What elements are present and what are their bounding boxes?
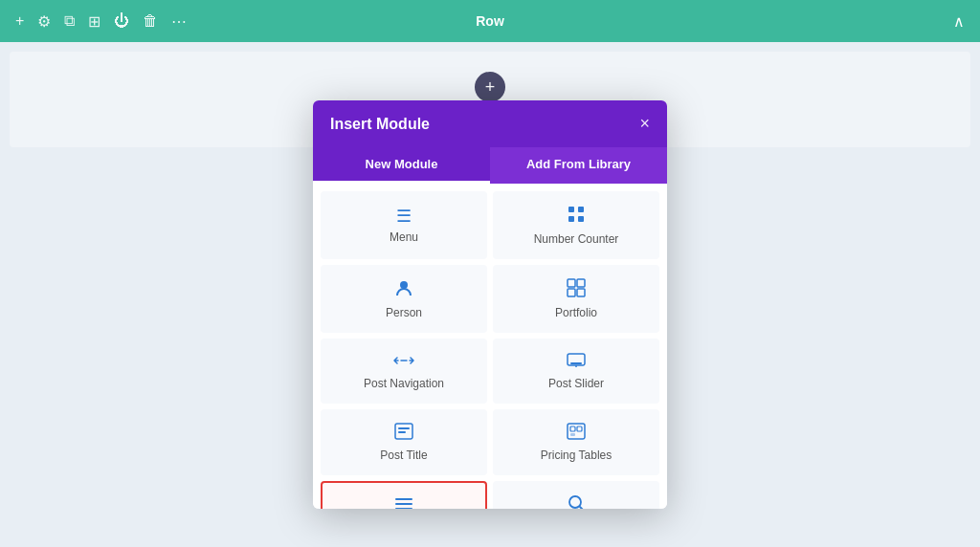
module-item-person[interactable]: Person (321, 265, 487, 333)
svg-rect-8 (577, 289, 585, 296)
module-label-menu: Menu (390, 230, 418, 244)
module-item-portfolio[interactable]: Portfolio (493, 265, 659, 333)
modal-title: Insert Module (330, 116, 430, 133)
module-label-portfolio: Portfolio (555, 306, 597, 319)
portfolio-icon (567, 278, 586, 300)
svg-rect-10 (570, 362, 582, 364)
svg-rect-2 (568, 216, 574, 222)
trash-icon[interactable]: 🗑 (143, 12, 158, 30)
modal-close-button[interactable]: × (639, 114, 650, 134)
search-icon (568, 494, 585, 509)
svg-rect-13 (398, 427, 410, 429)
svg-rect-16 (570, 427, 575, 431)
svg-rect-19 (395, 498, 412, 500)
power-icon[interactable]: ⏻ (114, 12, 129, 30)
module-label-pricing-tables: Pricing Tables (541, 449, 612, 462)
module-item-restro-menu[interactable]: Restro Menu (321, 481, 487, 509)
plus-icon[interactable]: + (15, 12, 24, 30)
svg-rect-20 (395, 503, 412, 505)
person-icon (394, 278, 413, 300)
module-item-post-title[interactable]: Post Title (321, 409, 487, 475)
insert-module-modal: Insert Module × New Module Add From Libr… (313, 100, 667, 509)
svg-rect-7 (568, 289, 575, 296)
svg-point-22 (569, 496, 581, 508)
svg-rect-6 (577, 279, 585, 287)
svg-rect-21 (395, 508, 412, 510)
svg-rect-3 (578, 216, 584, 222)
svg-rect-18 (570, 433, 575, 436)
post-navigation-icon (393, 352, 414, 371)
collapse-icon[interactable]: ∧ (953, 13, 965, 30)
add-module-button[interactable]: + (475, 72, 505, 102)
grid-icon[interactable]: ⊞ (88, 12, 100, 31)
toolbar: + ⚙ ⧉ ⊞ ⏻ 🗑 ⋯ Row ∧ (0, 0, 980, 42)
svg-rect-17 (577, 427, 582, 431)
module-label-number-counter: Number Counter (534, 232, 619, 246)
module-item-menu[interactable]: ☰ Menu (321, 191, 487, 259)
post-slider-icon (567, 352, 586, 371)
toolbar-title: Row (476, 13, 504, 29)
modal-header: Insert Module × (313, 100, 667, 147)
module-label-post-title: Post Title (380, 449, 427, 462)
module-item-post-slider[interactable]: Post Slider (493, 339, 659, 404)
post-title-icon (394, 423, 413, 443)
module-grid: ☰ Menu Number Counter (313, 184, 667, 509)
module-label-post-slider: Post Slider (548, 377, 604, 390)
toolbar-left: + ⚙ ⧉ ⊞ ⏻ 🗑 ⋯ (15, 12, 187, 31)
svg-point-11 (575, 365, 577, 367)
module-item-pricing-tables[interactable]: Pricing Tables (493, 409, 659, 475)
menu-icon: ☰ (396, 208, 412, 225)
module-label-post-navigation: Post Navigation (364, 377, 444, 390)
module-item-number-counter[interactable]: Number Counter (493, 191, 659, 259)
tab-add-from-library[interactable]: Add From Library (490, 147, 667, 184)
svg-point-4 (400, 281, 408, 289)
gear-icon[interactable]: ⚙ (37, 12, 51, 31)
svg-rect-1 (578, 207, 584, 212)
pricing-tables-icon (567, 423, 586, 443)
add-module-icon: + (485, 78, 496, 96)
svg-rect-5 (568, 279, 575, 287)
number-counter-icon (567, 205, 586, 227)
module-item-post-navigation[interactable]: Post Navigation (321, 339, 487, 404)
svg-rect-0 (568, 207, 574, 212)
duplicate-icon[interactable]: ⧉ (64, 12, 75, 30)
dots-icon[interactable]: ⋯ (171, 12, 187, 31)
tab-new-module[interactable]: New Module (313, 147, 490, 184)
modal-tabs: New Module Add From Library (313, 147, 667, 184)
toolbar-right: ∧ (953, 12, 965, 31)
restro-menu-icon (394, 495, 413, 510)
svg-rect-14 (398, 431, 406, 433)
module-item-search[interactable]: Search (493, 481, 659, 509)
module-label-person: Person (386, 306, 422, 319)
